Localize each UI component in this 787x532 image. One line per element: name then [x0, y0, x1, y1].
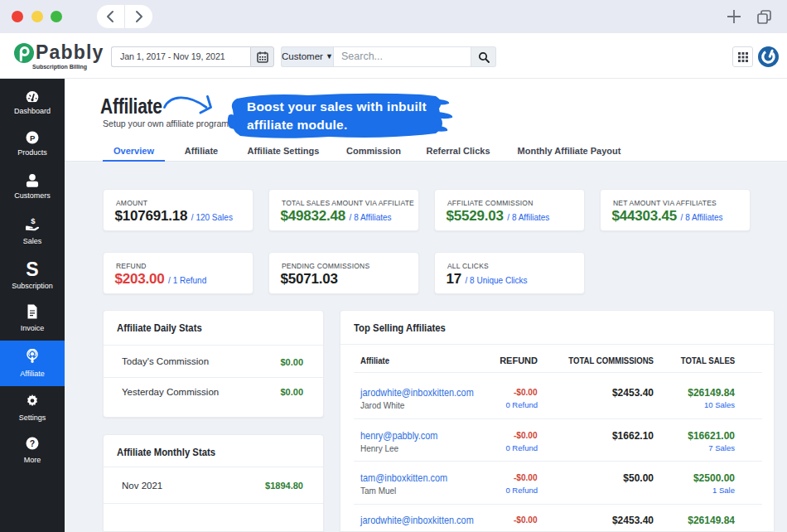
svg-text:$: $ — [31, 216, 36, 225]
svg-text:?: ? — [30, 438, 35, 448]
svg-text:S: S — [26, 259, 38, 278]
svg-text:P: P — [30, 133, 36, 143]
